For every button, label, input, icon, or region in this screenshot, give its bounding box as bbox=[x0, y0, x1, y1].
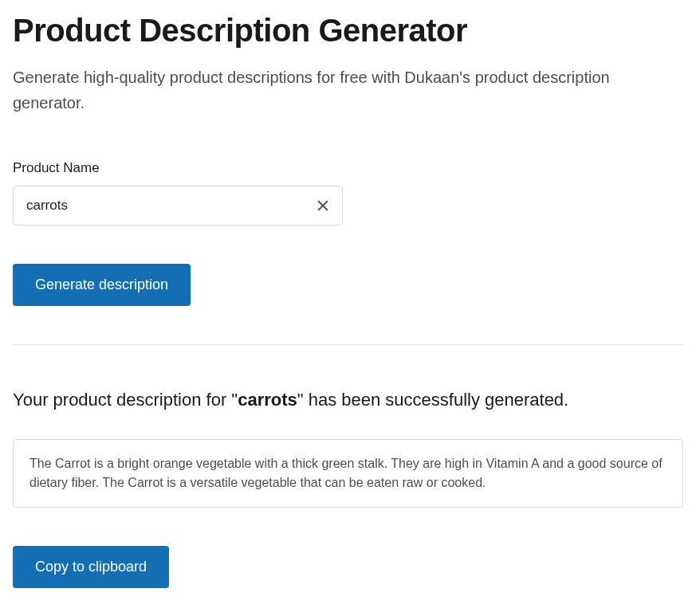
success-message: Your product description for "carrots" h… bbox=[13, 390, 683, 410]
close-icon bbox=[316, 198, 330, 213]
generate-button[interactable]: Generate description bbox=[13, 264, 191, 306]
product-input-wrapper bbox=[13, 186, 343, 226]
product-name-label: Product Name bbox=[13, 160, 683, 176]
description-box: The Carrot is a bright orange vegetable … bbox=[13, 439, 683, 508]
divider bbox=[13, 344, 683, 345]
product-name-input[interactable] bbox=[13, 186, 343, 226]
copy-button[interactable]: Copy to clipboard bbox=[13, 546, 169, 588]
success-product-name: carrots bbox=[238, 390, 297, 410]
page-title: Product Description Generator bbox=[13, 13, 683, 49]
page-subtitle: Generate high-quality product descriptio… bbox=[13, 65, 683, 116]
success-suffix: " has been successfully generated. bbox=[297, 390, 568, 410]
success-prefix: Your product description for " bbox=[13, 390, 238, 410]
clear-input-button[interactable] bbox=[313, 195, 333, 216]
